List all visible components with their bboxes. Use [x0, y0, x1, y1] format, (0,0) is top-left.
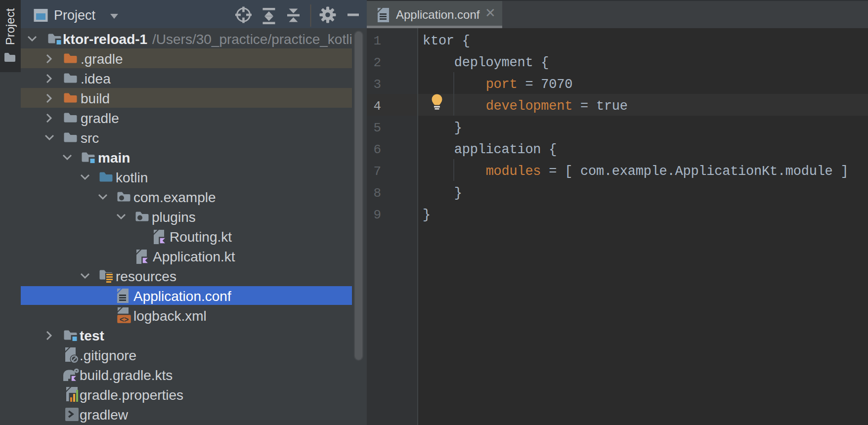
svg-text:<>: <>	[120, 315, 129, 324]
